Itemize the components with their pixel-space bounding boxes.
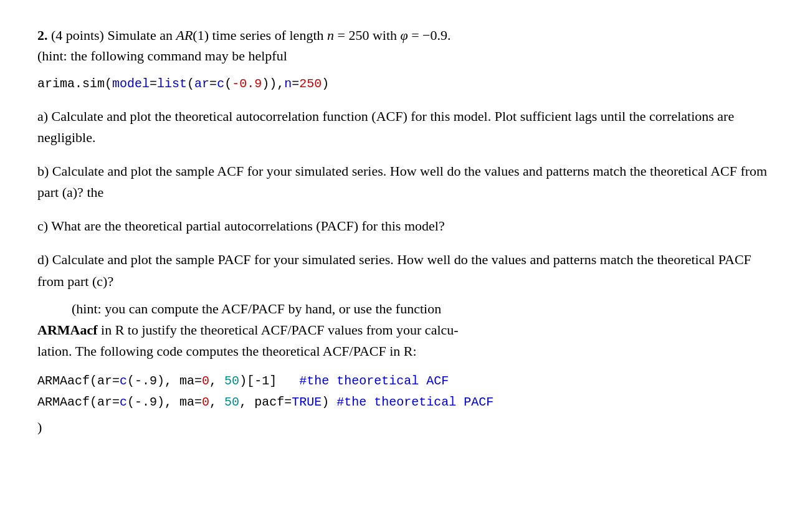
part-d-label: d) bbox=[37, 252, 49, 267]
model-name: AR bbox=[176, 27, 193, 43]
line1-bracket: )[-1] bbox=[239, 374, 277, 388]
c-keyword: c bbox=[217, 77, 224, 91]
n-250: 250 bbox=[299, 77, 322, 91]
line1-prefix: ARMAacf(ar= bbox=[37, 374, 120, 388]
question-points: (4 points) bbox=[51, 27, 104, 43]
intro-text1: Simulate an bbox=[107, 27, 176, 43]
part-d-content: Calculate and plot the sample PACF for y… bbox=[37, 252, 751, 288]
part-c-content: What are the theoretical partial autocor… bbox=[48, 218, 445, 234]
line2-prefix: ARMAacf(ar= bbox=[37, 395, 120, 409]
part-b-text: b) Calculate and plot the sample ACF for… bbox=[37, 161, 773, 203]
question-intro: 2. (4 points) Simulate an AR(1) time ser… bbox=[37, 25, 773, 45]
closing-paren: ) bbox=[37, 419, 773, 435]
question-header: 2. (4 points) Simulate an AR(1) time ser… bbox=[37, 25, 773, 66]
part-c-text: c) What are the theoretical partial auto… bbox=[37, 216, 773, 237]
intro-text2: time series of length bbox=[209, 27, 327, 43]
question-number: 2. bbox=[37, 27, 48, 43]
line1-c: c bbox=[120, 374, 127, 388]
line2-pacf-label: PACF bbox=[456, 395, 493, 409]
line1-comment: #the bbox=[299, 374, 336, 388]
line2-close: ) bbox=[322, 395, 329, 409]
hint-text2-rest: in R to justify the theoretical ACF/PACF… bbox=[98, 322, 459, 338]
line2-comma2: , bbox=[209, 395, 224, 409]
line2-comment: #the bbox=[336, 395, 374, 409]
equals1: = 250 with bbox=[334, 27, 401, 43]
line1-num: 50 bbox=[224, 374, 239, 388]
page-content: 2. (4 points) Simulate an AR(1) time ser… bbox=[37, 25, 773, 435]
line1-theoretical: theoretical bbox=[336, 374, 419, 388]
hint-block: (hint: you can compute the ACF/PACF by h… bbox=[37, 298, 773, 362]
hint-line: (hint: the following command may be help… bbox=[37, 45, 773, 66]
n-keyword: n bbox=[284, 77, 292, 91]
neg-zero-nine: -0.9 bbox=[232, 77, 262, 91]
eq2: = bbox=[209, 77, 217, 91]
hint-text1: (hint: you can compute the ACF/PACF by h… bbox=[37, 298, 773, 320]
hint-text2: ARMAacf in R to justify the theoretical … bbox=[37, 320, 773, 341]
arima-code-block: arima.sim(model=list(ar=c(-0.9)),n=250) bbox=[37, 75, 773, 93]
eq1: = bbox=[150, 77, 157, 91]
part-b: b) Calculate and plot the sample ACF for… bbox=[37, 161, 773, 203]
part-b-label: b) bbox=[37, 163, 49, 179]
line2-paren: (-.9), ma= bbox=[127, 395, 202, 409]
part-d: d) Calculate and plot the sample PACF fo… bbox=[37, 249, 773, 292]
code-line-2: ARMAacf(ar=c(-.9), ma=0, 50, pacf=TRUE) … bbox=[37, 392, 773, 413]
line2-num: 50 bbox=[224, 395, 239, 409]
ar-keyword: ar bbox=[194, 77, 209, 91]
line1-paren: (-.9), ma= bbox=[127, 374, 202, 388]
eq3: = bbox=[292, 77, 299, 91]
close-paren2: ) bbox=[322, 77, 329, 91]
line1-zero: 0 bbox=[202, 374, 209, 388]
line2-pacf-part: , pacf= bbox=[239, 395, 292, 409]
phi-sym: φ bbox=[401, 27, 408, 43]
line2-true: TRUE bbox=[292, 395, 322, 409]
paren-open: ( bbox=[187, 77, 194, 91]
part-a: a) Calculate and plot the theoretical au… bbox=[37, 106, 773, 148]
part-d-text: d) Calculate and plot the sample PACF fo… bbox=[37, 249, 773, 292]
line2-spaces bbox=[329, 395, 336, 409]
part-a-label: a) bbox=[37, 108, 48, 124]
model-parens: (1) bbox=[193, 27, 209, 43]
part-c: c) What are the theoretical partial auto… bbox=[37, 216, 773, 237]
line2-theoretical: theoretical bbox=[374, 395, 456, 409]
equals2: = −0.9. bbox=[408, 27, 451, 43]
armaacf-bold: ARMAacf bbox=[37, 322, 98, 338]
n-var: n bbox=[327, 27, 334, 43]
model-keyword: model bbox=[112, 77, 150, 91]
armaacf-code-block: ARMAacf(ar=c(-.9), ma=0, 50)[-1] #the th… bbox=[37, 371, 773, 413]
part-c-label: c) bbox=[37, 218, 48, 234]
part-a-text: a) Calculate and plot the theoretical au… bbox=[37, 106, 773, 148]
code-line-1: ARMAacf(ar=c(-.9), ma=0, 50)[-1] #the th… bbox=[37, 371, 773, 392]
close-parens1: )) bbox=[262, 77, 277, 91]
line1-spaces bbox=[277, 374, 299, 388]
hint-text3: lation. The following code computes the … bbox=[37, 341, 773, 362]
list-keyword: list bbox=[157, 77, 187, 91]
arima-sim-prefix: arima.sim( bbox=[37, 77, 112, 91]
line1-comma2: , bbox=[209, 374, 224, 388]
line1-acf-label: ACF bbox=[419, 374, 449, 388]
line2-c: c bbox=[120, 395, 127, 409]
comma1: , bbox=[277, 77, 284, 91]
line2-zero: 0 bbox=[202, 395, 209, 409]
part-a-content: Calculate and plot the theoretical autoc… bbox=[37, 108, 734, 145]
part-b-content: Calculate and plot the sample ACF for yo… bbox=[37, 163, 767, 200]
neg-val: ( bbox=[224, 77, 232, 91]
